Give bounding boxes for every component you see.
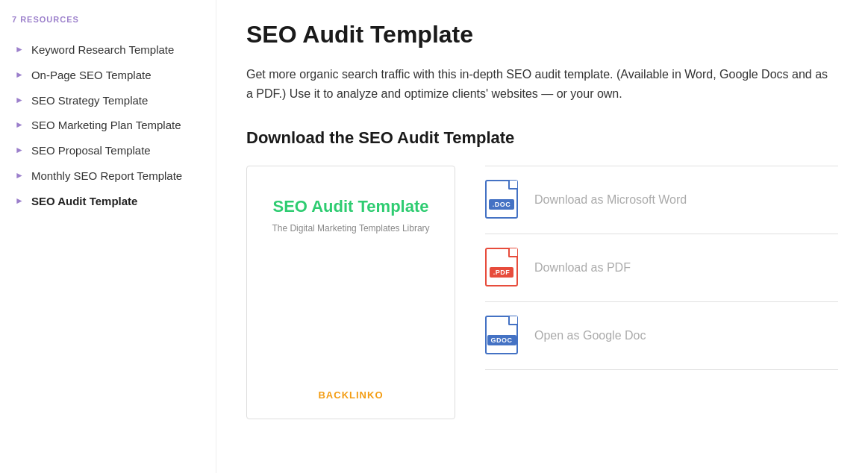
file-icon-shape: .DOC: [485, 180, 518, 219]
sidebar-item-label: SEO Proposal Template: [31, 142, 201, 159]
file-icon-corner: [508, 248, 517, 257]
file-icon-word: .DOC: [485, 180, 519, 220]
sidebar-item-label: On-Page SEO Template: [31, 67, 201, 84]
file-icon-pdf: .PDF: [485, 248, 519, 288]
download-option-pdf[interactable]: .PDF Download as PDF: [485, 234, 838, 302]
download-option-word[interactable]: .DOC Download as Microsoft Word: [485, 166, 838, 234]
card-title: SEO Audit Template: [272, 196, 429, 218]
chevron-icon: ►: [15, 169, 24, 182]
card-logo: BACKLINKO: [318, 389, 383, 401]
chevron-icon: ►: [15, 43, 24, 56]
content-row: SEO Audit Template The Digital Marketing…: [246, 166, 838, 419]
sidebar-item-label: SEO Marketing Plan Template: [31, 117, 201, 134]
sidebar-item-label: Monthly SEO Report Template: [31, 168, 201, 184]
sidebar-item-seo-proposal[interactable]: ► SEO Proposal Template: [12, 138, 204, 163]
download-options: .DOC Download as Microsoft Word .PDF Dow…: [485, 166, 838, 370]
sidebar-item-seo-strategy[interactable]: ► SEO Strategy Template: [12, 88, 204, 113]
file-badge: .PDF: [490, 267, 514, 278]
chevron-icon: ►: [15, 144, 24, 157]
download-label-gdoc: Open as Google Doc: [534, 329, 646, 342]
logo-text: BACKLINK: [318, 389, 375, 401]
description: Get more organic search traffic with thi…: [246, 65, 828, 104]
main-content: SEO Audit Template Get more organic sear…: [216, 0, 868, 473]
file-icon-shape: .PDF: [485, 248, 518, 286]
download-heading: Download the SEO Audit Template: [246, 128, 838, 148]
card-subtitle: The Digital Marketing Templates Library: [272, 223, 429, 234]
file-badge: GDOC: [487, 335, 516, 345]
sidebar-item-keyword-research[interactable]: ► Keyword Research Template: [12, 37, 204, 63]
chevron-icon: ►: [15, 94, 24, 107]
file-icon-corner: [508, 316, 517, 325]
file-icon-corner: [508, 181, 517, 189]
sidebar-item-on-page-seo[interactable]: ► On-Page SEO Template: [12, 63, 204, 88]
download-option-gdoc[interactable]: GDOC Open as Google Doc: [485, 302, 838, 370]
file-icon-gdoc: GDOC: [485, 316, 519, 356]
sidebar-item-seo-marketing[interactable]: ► SEO Marketing Plan Template: [12, 113, 204, 138]
sidebar: 7 RESOURCES ► Keyword Research Template …: [0, 0, 216, 473]
chevron-icon: ►: [15, 195, 24, 207]
template-preview-card: SEO Audit Template The Digital Marketing…: [246, 166, 455, 419]
page-title: SEO Audit Template: [246, 21, 838, 48]
chevron-icon: ►: [15, 69, 24, 81]
sidebar-nav: ► Keyword Research Template ► On-Page SE…: [12, 37, 204, 213]
sidebar-item-label: SEO Strategy Template: [31, 93, 201, 109]
download-label-word: Download as Microsoft Word: [534, 193, 687, 207]
download-label-pdf: Download as PDF: [534, 261, 631, 275]
logo-suffix: O: [375, 389, 383, 401]
sidebar-item-seo-audit[interactable]: ► SEO Audit Template: [12, 189, 204, 214]
sidebar-item-monthly-seo[interactable]: ► Monthly SEO Report Template: [12, 163, 204, 189]
chevron-icon: ►: [15, 119, 24, 131]
sidebar-item-label: SEO Audit Template: [31, 193, 201, 210]
sidebar-item-label: Keyword Research Template: [31, 42, 201, 58]
resource-count: 7 RESOURCES: [12, 15, 204, 24]
card-content-top: SEO Audit Template The Digital Marketing…: [272, 196, 429, 234]
file-icon-shape: GDOC: [485, 316, 518, 354]
file-badge: .DOC: [489, 199, 515, 210]
